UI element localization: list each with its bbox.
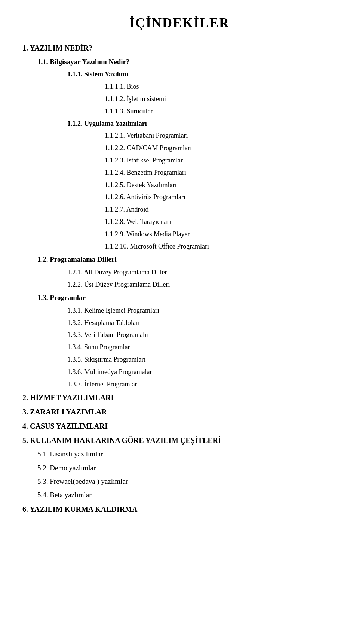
toc-entry-1-1-2-1: 1.1.2.1. Veritabanı Programları <box>22 130 337 141</box>
toc-entry-1-1-1-1: 1.1.1.1. Bios <box>22 81 337 92</box>
toc-entry-1-3-4: 1.3.4. Sunu Programları <box>22 342 337 353</box>
toc-entry-1-1-2-4: 1.1.2.4. Benzetim Programları <box>22 167 337 178</box>
toc-entry-1-1-2: 1.1.2. Uygulama Yazılımları <box>22 118 337 129</box>
toc-entry-1-1-2-5: 1.1.2.5. Destek Yazılımları <box>22 180 337 191</box>
toc-entry-1-3-5: 1.3.5. Sıkıştırma Programları <box>22 354 337 365</box>
toc-entry-1-1-2-10: 1.1.2.10. Microsoft Office Programları <box>22 241 337 252</box>
page-title: İÇİNDEKİLER <box>22 15 337 31</box>
toc-entry-2: 2. HİZMET YAZILIMLARI <box>22 392 337 404</box>
toc-entry-1-2-2: 1.2.2. Üst Düzey Programlama Dilleri <box>22 279 337 290</box>
toc-entry-1: 1. YAZILIM NEDİR? <box>22 42 337 54</box>
table-of-contents: İÇİNDEKİLER 1. YAZILIM NEDİR?1.1. Bilgis… <box>22 15 337 515</box>
toc-entry-3: 3. ZARARLI YAZIMLAR <box>22 406 337 418</box>
toc-entry-1-1-2-2: 1.1.2.2. CAD/CAM Programları <box>22 143 337 154</box>
toc-entry-1-3-1: 1.3.1. Kelime İşlemci Programları <box>22 305 337 316</box>
toc-entry-5-3: 5.3. Frewael(bedava ) yazlımlar <box>22 476 337 487</box>
toc-entry-1-3-2: 1.3.2. Hesaplama Tabloları <box>22 318 337 328</box>
toc-entry-1-2: 1.2. Programalama Dilleri <box>22 254 337 265</box>
toc-entry-1-1-1-3: 1.1.1.3. Sürücüler <box>22 106 337 117</box>
toc-entry-1-1-2-8: 1.1.2.8. Web Tarayıcıları <box>22 216 337 227</box>
toc-entry-1-1-2-6: 1.1.2.6. Antivirüs Programları <box>22 192 337 203</box>
toc-entry-1-3-7: 1.3.7. İnternet Programları <box>22 379 337 390</box>
toc-entry-1-3-6: 1.3.6. Multimedya Programalar <box>22 367 337 377</box>
toc-entry-4: 4. CASUS YAZILIMLARI <box>22 420 337 432</box>
toc-entry-5: 5. KULLANIM HAKLARINA GÖRE YAZILIM ÇEŞİT… <box>22 434 337 446</box>
toc-entry-1-3-3: 1.3.3. Veri Tabanı Programalrı <box>22 329 337 340</box>
toc-entry-1-3: 1.3. Programlar <box>22 292 337 303</box>
toc-entry-1-1: 1.1. Bilgisayar Yazılımı Nedir? <box>22 56 337 67</box>
toc-entry-5-1: 5.1. Lisanslı yazılımlar <box>22 449 337 460</box>
toc-entry-5-4: 5.4. Beta yazlımlar <box>22 489 337 501</box>
toc-entry-1-2-1: 1.2.1. Alt Düzey Programlama Dilleri <box>22 267 337 278</box>
toc-entry-1-1-2-3: 1.1.2.3. İstatiksel Programlar <box>22 155 337 166</box>
toc-entry-1-1-1: 1.1.1. Sistem Yazılımı <box>22 69 337 80</box>
toc-entry-1-1-2-9: 1.1.2.9. Windows Media Player <box>22 229 337 240</box>
toc-entry-5-2: 5.2. Demo yazlımlar <box>22 462 337 474</box>
toc-entry-6: 6. YAZILIM KURMA KALDIRMA <box>22 503 337 515</box>
toc-entry-1-1-1-2: 1.1.1.2. İşletim sistemi <box>22 94 337 104</box>
toc-entry-1-1-2-7: 1.1.2.7. Android <box>22 204 337 215</box>
